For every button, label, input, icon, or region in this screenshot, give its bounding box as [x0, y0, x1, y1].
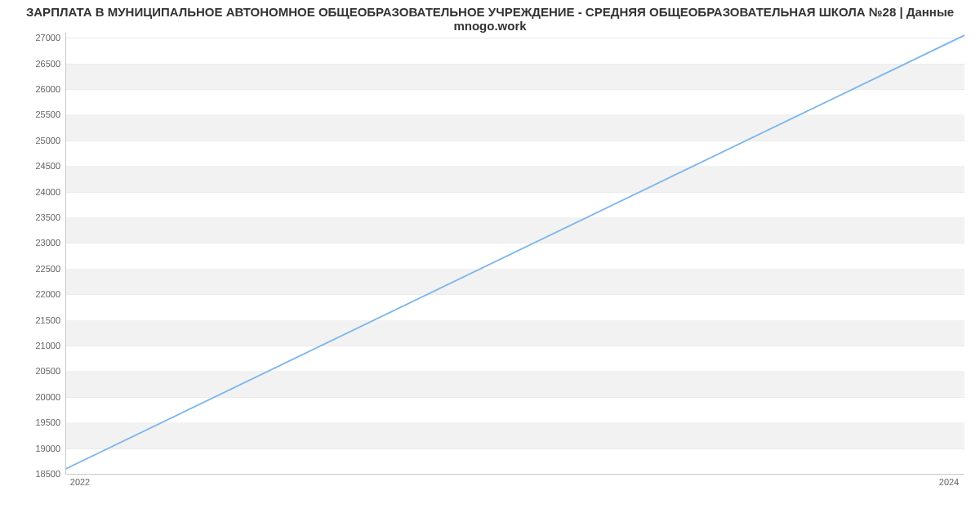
y-tick-label: 19000	[20, 444, 60, 453]
y-tick-label: 25500	[20, 109, 60, 119]
plot-area	[65, 33, 964, 475]
y-tick-label: 25000	[20, 136, 60, 145]
line-chart: ЗАРПЛАТА В МУНИЦИПАЛЬНОЕ АВТОНОМНОЕ ОБЩЕ…	[0, 0, 980, 506]
x-tick-label: 2022	[70, 477, 90, 487]
y-tick-label: 27000	[20, 33, 60, 42]
y-tick-label: 20500	[20, 366, 60, 376]
y-tick-label: 23500	[20, 212, 60, 222]
series-layer	[66, 33, 964, 474]
y-tick-label: 22000	[20, 289, 60, 299]
series-line	[66, 35, 964, 469]
gridline	[66, 474, 964, 475]
y-tick-label: 24000	[20, 187, 60, 197]
y-tick-label: 24500	[20, 161, 60, 171]
chart-title: ЗАРПЛАТА В МУНИЦИПАЛЬНОЕ АВТОНОМНОЕ ОБЩЕ…	[0, 5, 980, 33]
y-tick-label: 18500	[20, 469, 60, 479]
x-tick-label: 2024	[939, 477, 959, 487]
y-tick-label: 19500	[20, 417, 60, 427]
y-tick-label: 22500	[20, 264, 60, 274]
y-tick-label: 21000	[20, 341, 60, 350]
y-tick-label: 26500	[20, 59, 60, 69]
y-tick-label: 26000	[20, 84, 60, 94]
y-tick-label: 23000	[20, 238, 60, 248]
y-tick-label: 21500	[20, 315, 60, 325]
y-tick-label: 20000	[20, 392, 60, 402]
